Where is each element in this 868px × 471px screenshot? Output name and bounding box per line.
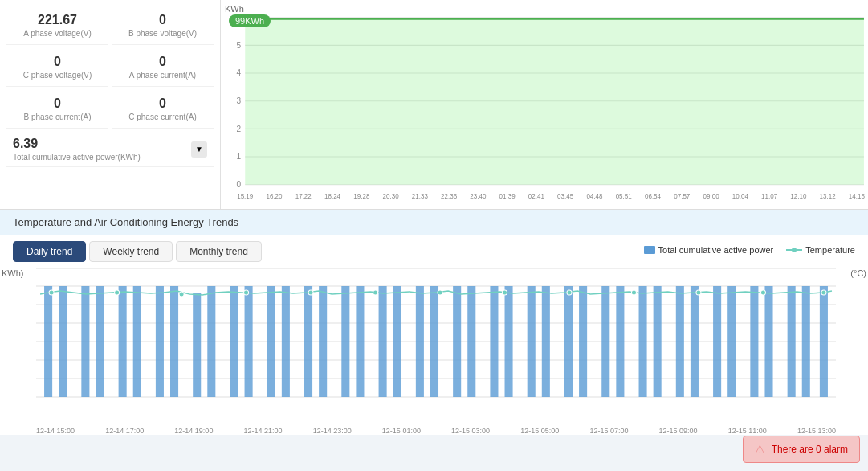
chart-tooltip: 99KWh — [229, 14, 271, 27]
alarm-text: There are 0 alarm — [772, 444, 848, 455]
x-label-8: 12-15 07:00 — [589, 427, 628, 435]
svg-rect-92 — [676, 286, 684, 397]
svg-text:22:36: 22:36 — [441, 192, 457, 200]
svg-text:17:22: 17:22 — [295, 192, 312, 200]
expand-button[interactable]: ▼ — [191, 141, 207, 158]
temp-legend-label: Temperature — [805, 245, 855, 255]
tab-monthly-trend[interactable]: Monthly trend — [176, 241, 262, 262]
svg-rect-75 — [356, 286, 364, 397]
a-phase-voltage-cell: 221.67 A phase voltage(V) — [6, 6, 108, 45]
svg-text:11:07: 11:07 — [761, 192, 777, 200]
metrics-panel: 221.67 A phase voltage(V) 0 B phase volt… — [0, 0, 221, 209]
svg-rect-89 — [616, 286, 624, 397]
svg-text:19:28: 19:28 — [353, 192, 369, 200]
svg-point-108 — [502, 290, 507, 295]
svg-text:07:57: 07:57 — [674, 192, 690, 200]
x-label-9: 12-15 09:00 — [659, 427, 698, 435]
a-phase-current-value: 0 — [115, 55, 210, 69]
y-axis-left-label: KWh) — [2, 268, 24, 278]
svg-rect-74 — [341, 286, 349, 397]
b-phase-voltage-value: 0 — [115, 13, 210, 27]
tab-daily-trend[interactable]: Daily trend — [13, 241, 86, 262]
svg-point-104 — [244, 290, 249, 295]
svg-rect-82 — [490, 286, 498, 397]
svg-text:09:00: 09:00 — [703, 192, 719, 200]
svg-text:2: 2 — [237, 124, 242, 133]
svg-text:03:45: 03:45 — [557, 192, 573, 200]
svg-point-105 — [308, 290, 313, 295]
svg-text:01:39: 01:39 — [499, 192, 516, 200]
svg-rect-100 — [820, 286, 828, 397]
svg-text:18:24: 18:24 — [324, 192, 340, 200]
svg-rect-60 — [81, 286, 89, 397]
svg-rect-85 — [542, 286, 550, 397]
b-phase-current-cell: 0 B phase current(A) — [6, 90, 108, 129]
svg-text:13:12: 13:12 — [820, 192, 836, 200]
svg-rect-98 — [788, 286, 796, 397]
svg-rect-99 — [802, 286, 810, 397]
svg-rect-81 — [467, 286, 475, 397]
svg-rect-69 — [245, 286, 253, 397]
svg-rect-59 — [59, 286, 67, 397]
svg-rect-65 — [170, 286, 178, 397]
trend-tabs: Daily trend Weekly trend Monthly trend — [0, 235, 275, 268]
svg-rect-76 — [379, 286, 387, 397]
x-label-6: 12-15 03:00 — [451, 427, 490, 435]
c-phase-current-value: 0 — [115, 96, 210, 111]
svg-point-111 — [696, 290, 701, 295]
svg-text:23:40: 23:40 — [470, 192, 486, 200]
svg-point-112 — [760, 290, 765, 295]
total-power-cell: 6.39 Total cumulative active power(KWh) … — [6, 132, 214, 167]
c-phase-voltage-value: 0 — [10, 55, 105, 69]
svg-text:5: 5 — [237, 40, 242, 49]
svg-text:10:04: 10:04 — [732, 192, 748, 200]
temp-legend-color — [786, 249, 802, 251]
svg-rect-87 — [579, 286, 587, 397]
svg-rect-97 — [764, 286, 772, 397]
x-label-1: 12-14 17:00 — [105, 427, 144, 435]
top-chart-y-label: KWh — [225, 4, 244, 14]
svg-point-110 — [631, 290, 636, 295]
svg-rect-78 — [416, 286, 424, 397]
alarm-icon: ⚠ — [755, 443, 765, 456]
svg-rect-88 — [601, 286, 609, 397]
svg-text:3: 3 — [237, 96, 242, 105]
svg-rect-73 — [319, 286, 327, 397]
svg-rect-77 — [393, 286, 401, 397]
svg-rect-62 — [119, 286, 127, 397]
svg-rect-61 — [96, 286, 104, 397]
svg-text:12:10: 12:10 — [790, 192, 806, 200]
b-phase-current-label: B phase current(A) — [10, 113, 105, 121]
svg-point-103 — [179, 292, 184, 297]
svg-rect-64 — [156, 286, 164, 397]
x-label-7: 12-15 05:00 — [520, 427, 559, 435]
svg-rect-58 — [44, 286, 52, 397]
total-power-value: 6.39 — [13, 137, 141, 151]
svg-text:16:20: 16:20 — [266, 192, 282, 200]
svg-rect-91 — [654, 286, 662, 397]
svg-rect-68 — [230, 286, 238, 397]
power-legend-color — [644, 246, 655, 254]
power-legend-item: Total cumulative active power — [644, 245, 774, 255]
a-phase-voltage-value: 221.67 — [10, 13, 105, 27]
a-phase-voltage-label: A phase voltage(V) — [10, 29, 105, 38]
svg-rect-70 — [267, 286, 275, 397]
svg-text:15:19: 15:19 — [237, 192, 253, 200]
c-phase-voltage-cell: 0 C phase voltage(V) — [6, 48, 108, 87]
c-phase-voltage-label: C phase voltage(V) — [10, 71, 105, 80]
svg-text:0: 0 — [237, 180, 242, 189]
svg-rect-83 — [505, 286, 513, 397]
svg-rect-63 — [133, 286, 141, 397]
svg-point-109 — [567, 290, 572, 295]
svg-text:04:48: 04:48 — [586, 192, 602, 200]
tab-weekly-trend[interactable]: Weekly trend — [89, 241, 173, 262]
svg-point-102 — [115, 290, 120, 295]
b-phase-voltage-cell: 0 B phase voltage(V) — [112, 6, 214, 45]
svg-rect-95 — [727, 286, 736, 397]
svg-rect-79 — [430, 286, 438, 397]
svg-rect-96 — [750, 286, 758, 397]
bottom-panel: Daily trend Weekly trend Monthly trend T… — [0, 235, 868, 435]
b-phase-voltage-label: B phase voltage(V) — [115, 29, 210, 38]
svg-rect-84 — [528, 286, 536, 397]
svg-text:21:33: 21:33 — [412, 192, 428, 200]
